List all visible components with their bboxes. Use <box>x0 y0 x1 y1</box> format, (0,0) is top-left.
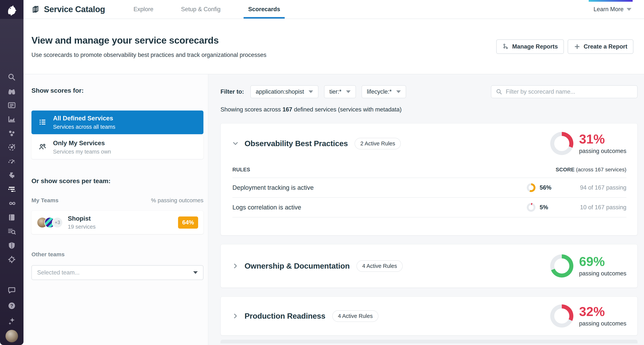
chevron-down-icon <box>308 90 313 93</box>
filter-value: tier:* <box>330 88 342 95</box>
services-summary: Showing scores across 167 defined servic… <box>220 106 638 113</box>
team-name: Shopist <box>68 215 96 222</box>
my-teams-label: My Teams <box>32 197 58 204</box>
watchdog-icon[interactable] <box>0 84 24 98</box>
scorecard-header[interactable]: Ownership & Documentation 4 Active Rules… <box>221 244 637 287</box>
score-percent: 32% <box>579 305 626 318</box>
rule-donut <box>527 203 536 212</box>
team-select-placeholder: Selected team... <box>37 269 80 276</box>
rule-score: 56% 94 of 167 passing <box>527 183 626 192</box>
filter-lifecycle-dropdown[interactable]: lifecycle:* <box>362 85 406 98</box>
score-percent: 69% <box>579 255 626 268</box>
search-icon[interactable] <box>0 70 24 84</box>
extra-members-badge: +3 <box>52 217 63 228</box>
datadog-dog-icon <box>6 3 18 16</box>
scorecard-header[interactable]: Observability Best Practices 2 Active Ru… <box>221 123 637 164</box>
workflow-icon <box>502 43 509 50</box>
filter-to-label: Filter to: <box>220 88 244 95</box>
scorecard-title: Ownership & Documentation <box>244 262 350 270</box>
rule-row[interactable]: Logs correlation is active 5% 10 of 167 … <box>232 197 626 217</box>
tab-setup-config[interactable]: Setup & Config <box>181 0 221 19</box>
page-header-text: View and manage your service scorecards … <box>32 35 266 58</box>
chevron-right-icon[interactable] <box>232 312 239 320</box>
create-report-button[interactable]: Create a Report <box>568 40 634 54</box>
monitors-icon[interactable] <box>0 140 24 154</box>
search-icon <box>496 89 502 95</box>
filter-application-dropdown[interactable]: application:shopist <box>250 85 318 98</box>
passing-outcomes-label: passing outcomes <box>579 270 626 277</box>
service-catalog-rail-icon[interactable] <box>0 182 24 196</box>
score-column-label: SCORE (across 167 services) <box>556 167 626 173</box>
rule-name: Deployment tracking is active <box>232 184 314 191</box>
security-icon[interactable] <box>0 238 24 252</box>
log-explorer-icon[interactable] <box>0 224 24 238</box>
score-percent: 31% <box>579 133 626 145</box>
service-catalog-icon <box>32 5 40 14</box>
chevron-down-icon <box>193 271 198 274</box>
tab-explore[interactable]: Explore <box>134 0 154 19</box>
learn-more-menu[interactable]: Learn More <box>594 6 632 13</box>
rules-table-footer <box>232 217 626 235</box>
passing-outcomes-label: passing outcomes <box>579 148 626 155</box>
chevron-down-icon[interactable] <box>232 140 239 147</box>
page-subtitle: Use scorecards to promote observability … <box>32 52 266 58</box>
scorecard-search-input[interactable] <box>506 88 633 95</box>
option-title: Only My Services <box>53 140 111 147</box>
rule-row[interactable]: Deployment tracking is active 56% 94 of … <box>232 178 626 197</box>
help-icon[interactable]: ? <box>0 299 24 313</box>
scorecard-search[interactable] <box>491 85 638 98</box>
service-count: 167 <box>282 106 292 113</box>
next-card-peek <box>220 340 638 343</box>
option-only-my-services[interactable]: Only My Services Services my teams own <box>32 135 204 159</box>
filter-tier-dropdown[interactable]: tier:* <box>324 85 356 98</box>
page-title: View and manage your service scorecards <box>32 35 266 46</box>
scorecard-title: Production Readiness <box>244 312 326 320</box>
logs-icon[interactable] <box>0 210 24 224</box>
rules-table: RULES SCORE (across 167 services) Deploy… <box>221 164 637 235</box>
scorecard-header[interactable]: Production Readiness 4 Active Rules 32% … <box>221 297 637 335</box>
apm-icon[interactable] <box>0 154 24 168</box>
learn-more-label: Learn More <box>594 6 624 13</box>
manage-reports-button[interactable]: Manage Reports <box>496 40 564 54</box>
tab-scorecards[interactable]: Scorecards <box>248 0 280 19</box>
team-score-badge: 64% <box>178 216 198 229</box>
tab-bar: Explore Setup & Config Scorecards <box>134 0 280 19</box>
rule-detail: 94 of 167 passing <box>562 184 626 191</box>
option-title: All Defined Services <box>53 115 115 122</box>
team-row-shopist[interactable]: +3 Shopist 19 services 64% <box>32 211 204 234</box>
active-rules-badge: 4 Active Rules <box>356 260 403 272</box>
chat-icon[interactable] <box>0 283 24 297</box>
ux-monitoring-icon[interactable] <box>0 252 24 266</box>
rule-score: 5% 10 of 167 passing <box>527 203 626 212</box>
list-icon <box>38 118 46 127</box>
software-delivery-icon[interactable] <box>0 196 24 210</box>
app-title: Service Catalog <box>44 5 105 14</box>
rule-donut <box>527 183 536 192</box>
infrastructure-icon[interactable] <box>0 126 24 140</box>
rules-table-header: RULES SCORE (across 167 services) <box>232 164 626 178</box>
content: Show scores for: All Defined Services Se… <box>24 74 644 345</box>
rule-percent: 56% <box>540 184 558 191</box>
chevron-down-icon <box>346 90 350 93</box>
user-avatar[interactable] <box>6 330 18 342</box>
ai-sparkles-icon[interactable] <box>0 314 24 328</box>
datadog-logo[interactable] <box>0 0 24 19</box>
integrations-icon[interactable] <box>0 168 24 182</box>
plus-icon <box>574 43 580 50</box>
team-avatar-stack: +3 <box>37 217 63 228</box>
score-donut <box>550 132 573 155</box>
active-rules-badge: 2 Active Rules <box>354 138 401 149</box>
scorecard-observability: Observability Best Practices 2 Active Ru… <box>220 123 638 235</box>
dashboards-icon[interactable] <box>0 98 24 112</box>
team-select-dropdown[interactable]: Selected team... <box>32 265 204 280</box>
scorecard-title: Observability Best Practices <box>244 139 348 148</box>
teams-header-row: My Teams % passing outcomes <box>32 197 204 204</box>
filter-value: application:shopist <box>256 88 304 95</box>
metrics-icon[interactable] <box>0 112 24 126</box>
app-title-group: Service Catalog <box>32 5 105 14</box>
chevron-right-icon[interactable] <box>232 262 239 270</box>
show-scores-for-label: Show scores for: <box>32 87 204 94</box>
score-cluster: 31% passing outcomes <box>550 132 626 155</box>
scorecard-production-readiness: Production Readiness 4 Active Rules 32% … <box>220 296 638 335</box>
option-all-defined-services[interactable]: All Defined Services Services across all… <box>32 111 204 134</box>
